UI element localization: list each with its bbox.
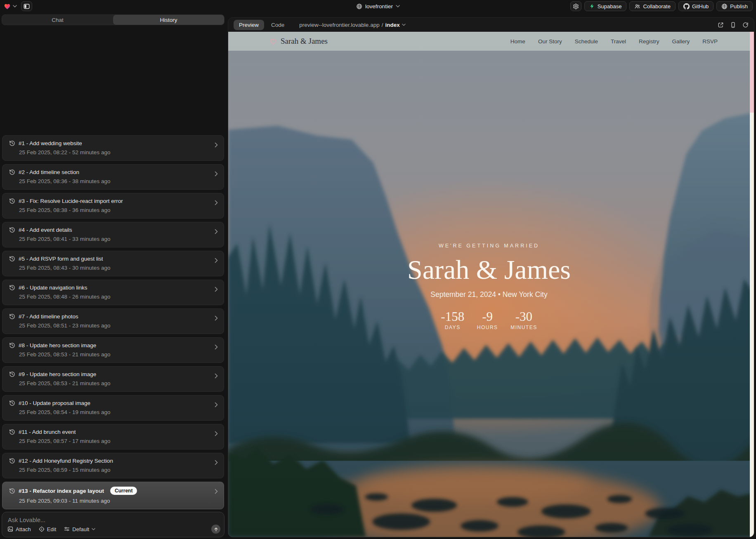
history-item[interactable]: #7 - Add timeline photos 25 Feb 2025, 08…: [2, 308, 224, 334]
history-clock-icon: [9, 227, 15, 233]
history-item[interactable]: #8 - Update hero section image 25 Feb 20…: [2, 337, 224, 363]
site-nav-link[interactable]: Our Story: [538, 38, 562, 45]
mobile-view-icon[interactable]: [730, 22, 736, 28]
current-badge: Current: [110, 487, 137, 495]
history-item[interactable]: #3 - Fix: Resolve Lucide-react import er…: [2, 193, 224, 219]
countdown-label: MINUTES: [510, 325, 537, 330]
chevron-down-icon: [402, 24, 406, 26]
chevron-right-icon: [215, 344, 218, 350]
prompt-input[interactable]: Ask Lovable...: [8, 517, 218, 523]
history-clock-icon: [9, 488, 15, 494]
edit-mode-button[interactable]: Edit: [39, 526, 56, 532]
collaborate-button[interactable]: Collaborate: [629, 1, 676, 11]
project-selector[interactable]: lovefrontier: [356, 0, 400, 12]
image-icon: [7, 526, 13, 532]
chevron-right-icon: [215, 431, 218, 436]
chevron-down-icon: [396, 5, 400, 7]
chevron-right-icon: [215, 229, 218, 234]
send-button[interactable]: [211, 525, 220, 534]
countdown-cell: -158 DAYS: [441, 310, 464, 331]
project-name: lovefrontier: [365, 3, 393, 9]
tab-chat[interactable]: Chat: [2, 15, 113, 25]
preview-toolbar: Preview Code preview--lovefrontier.lovab…: [228, 18, 754, 32]
hero-eyebrow: WE'RE GETTING MARRIED: [439, 243, 539, 249]
publish-button[interactable]: Publish: [716, 1, 753, 11]
prompt-composer[interactable]: Ask Lovable... Attach: [2, 512, 224, 537]
chevron-right-icon: [215, 460, 218, 465]
hero-title: Sarah & James: [407, 255, 571, 285]
chevron-right-icon: [215, 287, 218, 292]
history-item[interactable]: #10 - Update proposal image 25 Feb 2025,…: [2, 395, 224, 421]
site-scrollbar-thumb[interactable]: [750, 32, 754, 113]
history-item-date: 25 Feb 2025, 08:48 - 26 minutes ago: [19, 294, 217, 300]
history-clock-icon: [9, 313, 15, 320]
tab-code[interactable]: Code: [271, 22, 284, 28]
countdown-cell: -30 MINUTES: [510, 310, 537, 331]
chevron-down-icon: [13, 5, 17, 7]
history-item[interactable]: #1 - Add wedding website 25 Feb 2025, 08…: [2, 135, 224, 161]
site-nav-link[interactable]: RSVP: [702, 38, 718, 45]
history-item-date: 25 Feb 2025, 08:22 - 52 minutes ago: [19, 149, 217, 155]
chevron-right-icon: [215, 402, 218, 407]
github-button[interactable]: GitHub: [678, 1, 713, 11]
site-nav-link[interactable]: Registry: [639, 38, 659, 45]
toggle-sidebar-button[interactable]: [21, 1, 32, 11]
tab-preview[interactable]: Preview: [234, 20, 264, 30]
countdown-value: -158: [441, 310, 464, 324]
site-nav-link[interactable]: Schedule: [575, 38, 598, 45]
history-clock-icon: [9, 198, 15, 204]
history-item[interactable]: #4 - Add event details 25 Feb 2025, 08:4…: [2, 222, 224, 247]
countdown-label: HOURS: [477, 325, 498, 330]
users-icon: [634, 3, 640, 9]
chevron-right-icon: [215, 258, 218, 263]
history-item-title: #10 - Update proposal image: [19, 400, 90, 406]
history-item-date: 25 Feb 2025, 08:43 - 30 minutes ago: [19, 265, 217, 271]
history-item-title: #6 - Update navigation links: [19, 285, 87, 291]
sliders-icon: [64, 526, 70, 532]
target-icon: [39, 526, 45, 532]
site-nav-link[interactable]: Home: [510, 38, 525, 45]
history-item[interactable]: #5 - Add RSVP form and guest list 25 Feb…: [2, 251, 224, 276]
countdown-label: DAYS: [445, 325, 461, 330]
history-item[interactable]: #2 - Add timeline section 25 Feb 2025, 0…: [2, 164, 224, 190]
history-item[interactable]: #11 - Add brunch event 25 Feb 2025, 08:5…: [2, 424, 224, 450]
site-header: Sarah & James HomeOur StoryScheduleTrave…: [228, 32, 754, 51]
countdown: -158 DAYS -9 HOURS -30 MINUTES: [441, 310, 537, 331]
site-scrollbar-track[interactable]: [750, 32, 754, 537]
preview-url-dropdown[interactable]: preview--lovefrontier.lovable.app / inde…: [299, 22, 405, 28]
refresh-icon[interactable]: [742, 22, 749, 28]
hero-section: WE'RE GETTING MARRIED Sarah & James Sept…: [228, 243, 750, 330]
history-item[interactable]: #13 - Refactor index page layout Current…: [2, 482, 224, 509]
site-nav-link[interactable]: Gallery: [672, 38, 690, 45]
countdown-value: -30: [515, 310, 532, 324]
site-logo-link[interactable]: Sarah & James: [269, 37, 328, 46]
history-item-title: #2 - Add timeline section: [19, 169, 79, 175]
chevron-right-icon: [215, 373, 218, 379]
attach-button[interactable]: Attach: [7, 526, 31, 532]
history-item-date: 25 Feb 2025, 08:38 - 36 minutes ago: [19, 207, 217, 213]
topbar: lovefrontier Supabase: [0, 0, 756, 12]
history-item-date: 25 Feb 2025, 08:41 - 33 minutes ago: [19, 236, 217, 242]
gear-icon: [573, 3, 579, 9]
chevron-right-icon: [215, 200, 218, 205]
lovable-heart-icon: [3, 2, 11, 10]
history-clock-icon: [9, 140, 15, 146]
history-item-date: 25 Feb 2025, 08:51 - 23 minutes ago: [19, 322, 217, 329]
supabase-button[interactable]: Supabase: [584, 1, 627, 11]
history-item-title: #1 - Add wedding website: [19, 140, 82, 146]
history-item[interactable]: #12 - Add Honeyfund Registry Section 25 …: [2, 453, 224, 478]
lovable-logo-menu[interactable]: [3, 2, 17, 10]
settings-button[interactable]: [570, 1, 581, 11]
site-nav-link[interactable]: Travel: [611, 38, 626, 45]
site-nav: HomeOur StoryScheduleTravelRegistryGalle…: [510, 38, 718, 45]
tab-history[interactable]: History: [113, 15, 224, 25]
history-clock-icon: [9, 342, 15, 348]
history-item[interactable]: #9 - Update hero section image 25 Feb 20…: [2, 366, 224, 392]
site-logo-text: Sarah & James: [281, 37, 328, 46]
history-item-date: 25 Feb 2025, 08:53 - 21 minutes ago: [19, 380, 217, 386]
url-separator: /: [382, 22, 383, 28]
model-mode-dropdown[interactable]: Default: [64, 526, 95, 532]
chevron-right-icon: [215, 489, 218, 494]
open-in-new-tab-icon[interactable]: [718, 22, 724, 28]
history-item[interactable]: #6 - Update navigation links 25 Feb 2025…: [2, 280, 224, 305]
